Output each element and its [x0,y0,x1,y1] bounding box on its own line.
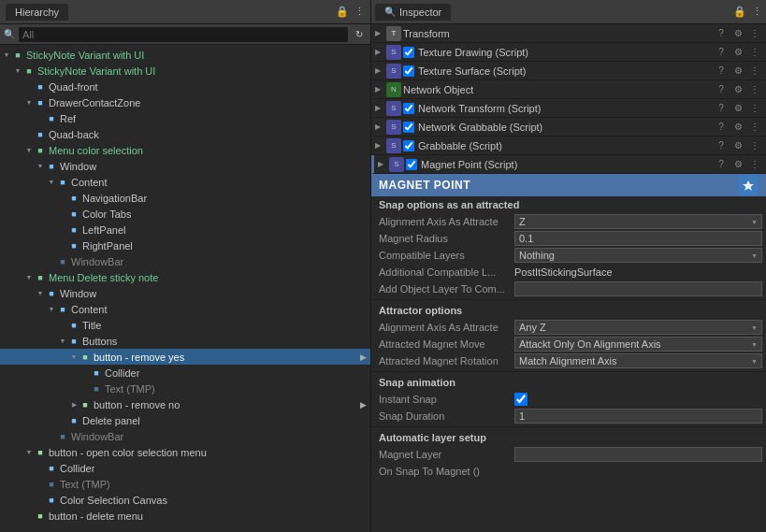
search-input[interactable] [19,27,348,42]
lock-icon[interactable]: 🔒 [336,6,349,18]
tree-item-root[interactable]: ▼ ■ StickyNote Variant with UI [0,47,370,63]
settings-button[interactable]: ⚙ [730,64,745,79]
component-checkbox[interactable] [403,65,414,77]
tree-item-window1[interactable]: ▼ ■ Window [0,158,370,174]
tree-item-button-remove-yes[interactable]: ▼ ■ button - remove yes ▶ [0,349,370,365]
help-button[interactable]: ? [714,120,729,135]
settings-button[interactable]: ⚙ [730,138,745,153]
component-network-grabbable[interactable]: ▶ S Network Grabbable (Script) ? ⚙ ⋮ [371,118,766,137]
help-button[interactable]: ? [714,26,729,41]
tree-item-windowBar1[interactable]: ▶ ■ WindowBar [0,253,370,269]
more-icon[interactable]: ⋮ [752,6,762,18]
cube-icon: ■ [34,128,47,141]
tree-item-menu-delete[interactable]: ▼ ■ Menu Delete sticky note [0,269,370,285]
tree-item-windowBar2[interactable]: ▶ ■ WindowBar [0,428,370,444]
more-icon[interactable]: ⋮ [354,6,365,18]
expand-icon: ▶ [36,464,45,473]
instant-snap-checkbox[interactable] [514,393,528,406]
tree-item-drawerContactZone[interactable]: ▼ ■ DrawerContactZone [0,94,370,110]
settings-button[interactable]: ⚙ [730,120,745,135]
settings-button[interactable]: ⚙ [730,157,745,172]
tree-item-delete-panel[interactable]: ▶ ■ Delete panel [0,412,370,428]
tree-item-leftPanel[interactable]: ▶ ■ LeftPanel [0,222,370,237]
help-button[interactable]: ? [714,64,729,79]
script-icon: S [386,45,401,60]
tree-item-color-selection-canvas[interactable]: ▶ ■ Color Selection Canvas [0,492,370,508]
tree-item-text-tmp1[interactable]: ▶ ■ Text (TMP) [0,381,370,396]
tree-item-content2[interactable]: ▼ ■ Content [0,301,370,317]
tree-item-button-remove-no[interactable]: ▶ ■ button - remove no ▶ [0,396,370,412]
component-checkbox[interactable] [403,122,414,133]
magnet-layer-input[interactable] [514,447,762,462]
compatible-layers-dropdown[interactable]: Nothing ▼ [514,248,762,263]
help-button[interactable]: ? [714,45,729,60]
help-button[interactable]: ? [714,138,729,153]
component-texture-drawing[interactable]: ▶ S Texture Drawing (Script) ? ⚙ ⋮ [371,43,766,62]
tree-item-quad-back[interactable]: ▶ ■ Quad-back [0,126,370,142]
attracted-magnet-move-dropdown[interactable]: Attackt Only On Alignment Axis ▼ [514,337,762,352]
expand-icon: ▶ [69,400,79,410]
settings-button[interactable]: ⚙ [730,45,745,60]
tree-item-menu-color[interactable]: ▼ ■ Menu color selection [0,142,370,158]
inspector-tab[interactable]: 🔍 Inspector [375,4,451,21]
magnet-radius-input[interactable] [514,231,762,246]
tree-item-content1[interactable]: ▼ ■ Content [0,174,370,190]
component-buttons: ? ⚙ ⋮ [714,157,762,172]
tree-item-button-open-color[interactable]: ▼ ■ button - open color selection menu [0,444,370,460]
script-icon: S [386,138,401,153]
hierarchy-tab[interactable]: Hierarchy [6,4,68,21]
item-label: Content [71,304,108,315]
component-transform[interactable]: ▶ T Transform ? ⚙ ⋮ [371,24,766,43]
add-object-layer-input[interactable] [514,281,762,296]
tree-item-stickyNote[interactable]: ▼ ■ StickyNote Variant with UI [0,63,370,79]
more-button[interactable]: ⋮ [747,64,762,79]
component-network-object[interactable]: ▶ N Network Object ? ⚙ ⋮ [371,80,766,99]
component-checkbox[interactable] [406,159,417,170]
component-checkbox[interactable] [403,103,414,114]
component-checkbox[interactable] [403,140,414,151]
component-buttons: ? ⚙ ⋮ [714,64,762,79]
more-button[interactable]: ⋮ [747,26,762,41]
tree-item-colorTabs[interactable]: ▶ ■ Color Tabs [0,206,370,222]
more-button[interactable]: ⋮ [747,120,762,135]
more-button[interactable]: ⋮ [747,82,762,97]
compatible-layers-label: Compatible Layers [379,250,514,261]
tree-item-collider1[interactable]: ▶ ■ Collider [0,365,370,381]
lock-icon[interactable]: 🔒 [733,6,746,18]
snap-duration-input[interactable] [514,409,762,424]
tree-item-ref[interactable]: ▶ ■ Ref [0,110,370,126]
help-button[interactable]: ? [714,101,729,116]
attracted-magnet-rotation-dropdown[interactable]: Match Alignment Axis ▼ [514,353,762,368]
refresh-button[interactable]: ↻ [352,27,367,42]
help-button[interactable]: ? [714,82,729,97]
magnet-radius-label: Magnet Radius [379,233,514,244]
cube-icon: ■ [22,65,36,78]
attackt-only-text: Attackt Only On Alignment Axis [519,338,661,350]
tree-item-collider2[interactable]: ▶ ■ Collider [0,460,370,476]
settings-button[interactable]: ⚙ [730,82,745,97]
item-label: NavigationBar [82,193,147,204]
tree-item-text-tmp2[interactable]: ▶ ■ Text (TMP) [0,476,370,492]
settings-button[interactable]: ⚙ [730,101,745,116]
component-magnet-point[interactable]: ▶ S Magnet Point (Script) ? ⚙ ⋮ [371,155,766,174]
more-button[interactable]: ⋮ [747,157,762,172]
more-button[interactable]: ⋮ [747,101,762,116]
tree-item-buttons[interactable]: ▼ ■ Buttons [0,333,370,349]
tree-item-window2[interactable]: ▼ ■ Window [0,285,370,301]
more-button[interactable]: ⋮ [747,138,762,153]
tree-item-button-delete-menu[interactable]: ▶ ■ button - delete menu [0,508,370,524]
component-checkbox[interactable] [403,47,414,58]
tree-item-title[interactable]: ▶ ■ Title [0,317,370,333]
component-texture-surface[interactable]: ▶ S Texture Surface (Script) ? ⚙ ⋮ [371,62,766,80]
component-grabbable[interactable]: ▶ S Grabbable (Script) ? ⚙ ⋮ [371,137,766,155]
settings-button[interactable]: ⚙ [730,26,745,41]
more-button[interactable]: ⋮ [747,45,762,60]
tree-item-rightPanel[interactable]: ▶ ■ RightPanel [0,237,370,253]
alignment-axis-dropdown[interactable]: Z ▼ [514,214,762,229]
component-network-transform[interactable]: ▶ S Network Transform (Script) ? ⚙ ⋮ [371,99,766,118]
tree-item-quad-front[interactable]: ▶ ■ Quad-front [0,79,370,94]
help-button[interactable]: ? [714,157,729,172]
attract-alignment-axis-dropdown[interactable]: Any Z ▼ [514,320,762,335]
add-object-layer-label: Add Object Layer To Com... [379,283,514,295]
tree-item-navBar[interactable]: ▶ ■ NavigationBar [0,190,370,206]
